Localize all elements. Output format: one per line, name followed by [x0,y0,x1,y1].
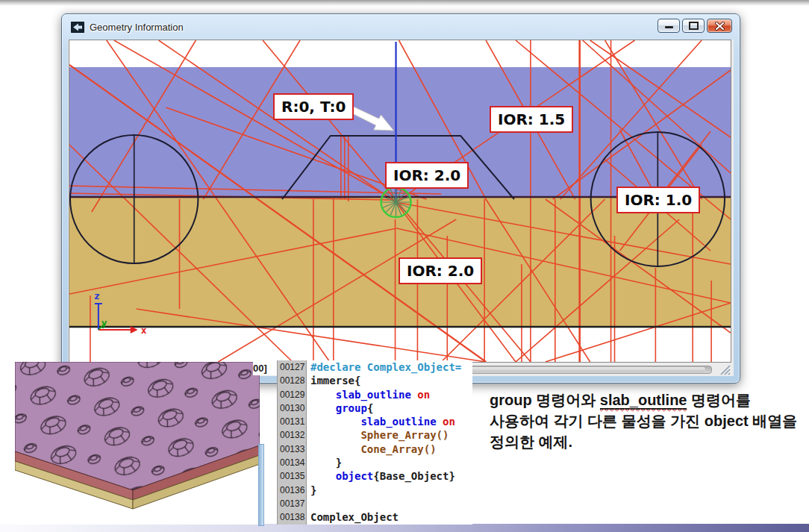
maximize-button[interactable] [682,19,705,33]
line-number: 00137 [278,497,306,510]
minimize-button[interactable] [657,19,680,33]
z-axis-label: z [94,290,100,301]
close-icon [708,19,733,34]
slab-3d-model [15,362,260,509]
caption-line: 정의한 예제. [490,431,806,452]
slide-top-strip [0,0,809,6]
window-titlebar[interactable]: Geometry Information [62,14,740,40]
line-number: 00134 [278,456,306,469]
x-axis-label: x [141,325,147,336]
app-icon [71,22,84,33]
code-line: immerse{ [307,374,472,387]
code-line: Cone_Array() [307,442,472,456]
code-line: } [307,484,472,497]
line-number: 00130 [278,401,306,415]
line-number: 00131 [278,415,306,428]
render-preview-image [15,362,260,525]
y-axis-label: y [101,317,107,328]
label-ior-upper: IOR: 1.5 [490,106,573,133]
code-line [307,497,472,510]
label-ior-slab: IOR: 2.0 [399,257,482,284]
label-ior-cone: IOR: 2.0 [385,162,469,189]
line-number: 00128 [278,374,306,387]
line-number: 00138 [278,510,306,524]
line-number: 00129 [278,388,306,401]
label-reflect-transmit: R:0, T:0 [273,93,354,120]
code-line: Complex_Object [307,510,472,524]
line-number: 00127 [278,360,306,374]
caption-line: group 명령어와 slab_outline 명령어를 [490,389,806,410]
geometry-window: Geometry Information [61,13,740,384]
code-line: #declare Complex_Object= [307,360,472,374]
source-wheel [381,187,411,217]
window-client-area: z x y R:0, T:0 IOR: 1.5 IOR: 2.0 IOR: 1.… [68,40,734,376]
window-controls [657,19,732,33]
window-title: Geometry Information [90,22,184,33]
maximize-icon [689,22,699,30]
caption-line: 사용하여 각기 다른 물성을 가진 object 배열을 [490,410,806,431]
line-number: 00135 [278,469,306,483]
close-button[interactable] [707,19,732,33]
slide-bottom-strip [0,524,809,532]
code-line: slab_outline on [307,415,472,428]
geometry-viewport[interactable]: z x y R:0, T:0 IOR: 1.5 IOR: 2.0 IOR: 1.… [69,40,731,363]
code-editor[interactable]: 0012700128001290013000131001320013300134… [277,360,472,525]
caption-text: group 명령어와 slab_outline 명령어를사용하여 각기 다른 물… [490,389,806,452]
line-number: 00133 [278,442,306,456]
code-line: slab_outline on [307,388,472,401]
line-number: 00136 [278,484,306,497]
line-number: 00132 [278,428,306,442]
code-line: group{ [307,401,472,415]
editor-scrollbar-fragment[interactable] [258,444,264,526]
minimize-icon [665,26,673,28]
code-line: object{Base_Object} [307,469,472,483]
coordinate-readout: 00] [253,362,277,375]
code-line: } [307,456,472,469]
page: Geometry Information [0,0,809,532]
line-number-gutter: 0012700128001290013000131001320013300134… [277,360,307,525]
code-lines: #declare Complex_Object=immerse{ slab_ou… [307,360,472,525]
label-ior-sphere: IOR: 1.0 [616,187,700,213]
resize-grip-icon[interactable] [719,365,731,375]
code-line: Sphere_Array() [307,428,472,442]
